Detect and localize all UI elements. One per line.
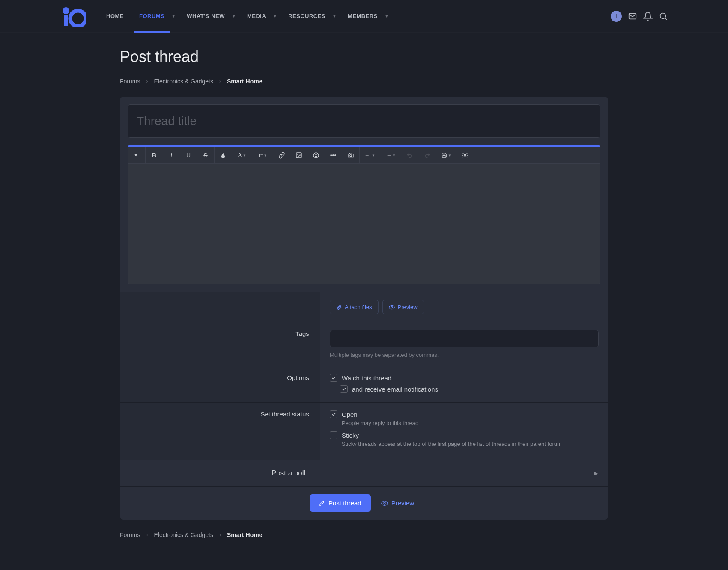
nav-members[interactable]: MEMBERS: [340, 0, 385, 33]
breadcrumb: Forums › Electronics & Gadgets › Smart H…: [120, 78, 608, 85]
drafts-button[interactable]: ▼: [436, 147, 456, 164]
redo-button[interactable]: [418, 147, 436, 164]
strikethrough-button[interactable]: S: [197, 147, 214, 164]
breadcrumb-current: Smart Home: [227, 531, 262, 538]
remove-formatting-button[interactable]: [128, 147, 145, 164]
check-icon: [331, 412, 336, 417]
search-icon[interactable]: [659, 12, 668, 21]
svg-point-11: [391, 306, 393, 308]
thread-status-label: Set thread status:: [120, 403, 320, 460]
breadcrumb-forums[interactable]: Forums: [120, 531, 140, 538]
svg-point-3: [660, 13, 666, 18]
main-nav: HOME FORUMS ▼ WHAT'S NEW ▼ MEDIA ▼ RESOU…: [98, 0, 611, 33]
emoji-button[interactable]: [307, 147, 325, 164]
open-label: Open: [342, 411, 358, 418]
svg-point-0: [63, 7, 69, 14]
pencil-icon: [319, 500, 325, 506]
font-size-button[interactable]: A▼: [232, 147, 252, 164]
logo-icon: [60, 6, 86, 27]
post-poll-label: Post a poll: [130, 469, 594, 478]
sticky-checkbox[interactable]: [330, 431, 337, 439]
breadcrumb-category[interactable]: Electronics & Gadgets: [154, 531, 213, 538]
site-logo[interactable]: [60, 6, 86, 27]
email-notifications-label: and receive email notifications: [352, 386, 438, 393]
post-poll-toggle[interactable]: Post a poll ▶: [120, 460, 608, 486]
eye-icon: [381, 500, 388, 507]
tags-label: Tags:: [120, 322, 320, 366]
svg-point-8: [317, 154, 317, 155]
link-button[interactable]: [273, 147, 290, 164]
camera-button[interactable]: [342, 147, 359, 164]
svg-point-10: [464, 154, 466, 156]
settings-button[interactable]: [456, 147, 474, 164]
undo-button[interactable]: [401, 147, 418, 164]
underline-button[interactable]: U: [180, 147, 197, 164]
sticky-description: Sticky threads appear at the top of the …: [342, 441, 599, 447]
page-title: Post thread: [120, 48, 608, 66]
list-button[interactable]: ▼: [380, 147, 401, 164]
watch-thread-label: Watch this thread…: [342, 374, 398, 382]
attach-files-button[interactable]: Attach files: [330, 300, 379, 314]
open-checkbox[interactable]: [330, 410, 337, 418]
breadcrumb-current: Smart Home: [227, 78, 262, 85]
chevron-right-icon: ›: [146, 532, 148, 538]
font-family-button[interactable]: TT▼: [252, 147, 273, 164]
svg-point-1: [70, 11, 86, 26]
check-icon: [331, 375, 336, 380]
svg-point-9: [350, 155, 352, 157]
preview-button-bottom[interactable]: Preview: [377, 494, 418, 512]
svg-point-6: [313, 153, 319, 158]
text-color-button[interactable]: [215, 147, 232, 164]
watch-thread-checkbox[interactable]: [330, 374, 337, 382]
sticky-label: Sticky: [342, 432, 359, 439]
nav-whatsnew[interactable]: WHAT'S NEW: [179, 0, 233, 33]
svg-point-12: [384, 502, 385, 504]
align-button[interactable]: ▼: [360, 147, 380, 164]
open-description: People may reply to this thread: [342, 420, 599, 426]
breadcrumb-forums[interactable]: Forums: [120, 78, 140, 85]
eye-icon: [389, 304, 395, 310]
bold-button[interactable]: B: [146, 147, 163, 164]
tags-help-text: Multiple tags may be separated by commas…: [330, 352, 599, 358]
nav-home[interactable]: HOME: [98, 0, 131, 33]
editor-content-area[interactable]: [128, 164, 600, 284]
svg-point-7: [315, 154, 316, 155]
paperclip-icon: [336, 304, 342, 310]
more-button[interactable]: •••: [325, 147, 342, 164]
chevron-right-icon: ›: [146, 78, 148, 84]
tags-input[interactable]: [330, 330, 599, 347]
preview-button-top[interactable]: Preview: [382, 300, 424, 314]
svg-point-5: [297, 154, 298, 154]
chevron-right-icon: ›: [219, 532, 221, 538]
italic-button[interactable]: I: [163, 147, 180, 164]
breadcrumb-bottom: Forums › Electronics & Gadgets › Smart H…: [120, 531, 608, 555]
nav-resources[interactable]: RESOURCES: [280, 0, 333, 33]
editor-toolbar: B I U S A▼ TT▼: [128, 147, 600, 164]
mail-icon[interactable]: [628, 12, 637, 21]
nav-forums[interactable]: FORUMS: [131, 0, 172, 33]
email-notifications-checkbox[interactable]: [340, 385, 348, 393]
rich-text-editor: B I U S A▼ TT▼: [128, 145, 600, 284]
options-label: Options:: [120, 366, 320, 402]
chevron-right-icon: ›: [219, 78, 221, 84]
thread-title-input[interactable]: [128, 104, 600, 138]
nav-media[interactable]: MEDIA: [239, 0, 274, 33]
post-thread-button[interactable]: Post thread: [310, 494, 371, 512]
image-button[interactable]: [290, 147, 307, 164]
user-avatar[interactable]: I: [611, 11, 622, 22]
post-thread-form: B I U S A▼ TT▼: [120, 97, 608, 520]
caret-right-icon: ▶: [594, 470, 598, 476]
check-icon: [341, 386, 346, 392]
breadcrumb-category[interactable]: Electronics & Gadgets: [154, 78, 213, 85]
bell-icon[interactable]: [643, 12, 653, 21]
